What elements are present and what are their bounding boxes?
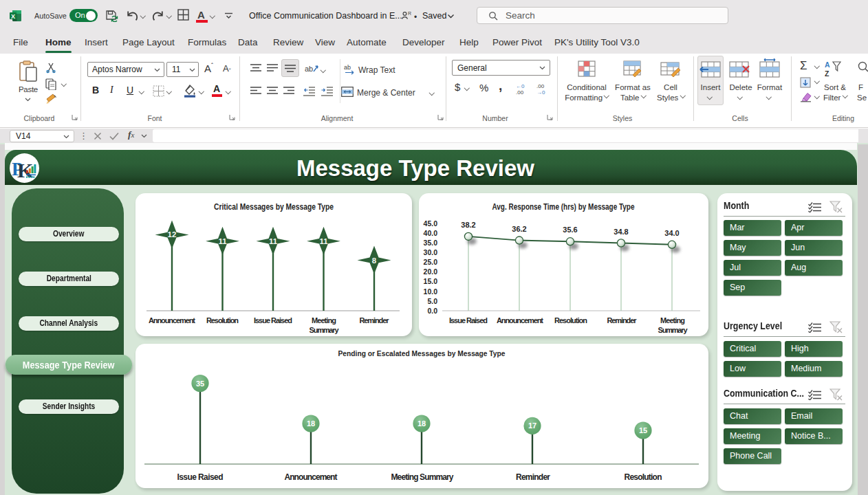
svg-text:.00: .00 [516,89,524,95]
svg-text:34.8: 34.8 [614,228,628,236]
svg-text:Issue Raised: Issue Raised [254,316,292,324]
svg-text:K: K [17,159,34,182]
svg-text:X: X [11,13,15,20]
svg-text:ab: ab [305,65,313,73]
svg-text:34.0: 34.0 [664,229,679,237]
svg-text:Summary: Summary [658,326,688,334]
svg-text:40.0: 40.0 [424,229,438,237]
svg-text:18: 18 [417,419,426,428]
svg-text:20.0: 20.0 [424,267,438,276]
svg-text:0.0: 0.0 [427,307,437,315]
svg-text:Announcement: Announcement [285,472,338,482]
svg-text:Issue Raised: Issue Raised [177,472,224,482]
svg-text:Pending or Escalated Messages: Pending or Escalated Messages by Message… [338,349,506,358]
svg-text:15.0: 15.0 [424,277,438,285]
svg-text:A: A [825,60,830,69]
svg-text:Meeting: Meeting [312,316,336,324]
svg-text:Meeting Summary: Meeting Summary [391,472,454,482]
svg-text:36.2: 36.2 [512,225,526,233]
svg-text:Issue Raised: Issue Raised [449,316,488,324]
svg-text:Z: Z [825,69,829,78]
svg-text:Resolution: Resolution [554,316,587,324]
svg-text:Reminder: Reminder [607,316,638,324]
svg-text:ab: ab [344,64,351,71]
svg-text:35: 35 [196,380,204,388]
svg-text:Resolution: Resolution [625,472,662,482]
svg-text:10.0: 10.0 [424,287,438,296]
svg-text:15: 15 [639,426,647,434]
svg-text:8: 8 [372,256,377,265]
svg-text:30.0: 30.0 [424,248,438,256]
svg-text:45.0: 45.0 [424,219,438,228]
svg-text:38.2: 38.2 [461,221,475,229]
svg-text:Avg. Response Time (hrs) by Me: Avg. Response Time (hrs) by Message Type [492,202,635,212]
svg-text:→0: →0 [536,89,545,95]
svg-text:11: 11 [269,237,278,245]
svg-text:Resolution: Resolution [206,316,239,324]
svg-text:Meeting: Meeting [660,316,685,324]
svg-text:35.6: 35.6 [563,226,577,234]
svg-text:17: 17 [528,421,536,430]
svg-text:Critical Messages by Message T: Critical Messages by Message Type [214,202,334,212]
svg-text:Announcement: Announcement [149,316,195,324]
svg-text:35.0: 35.0 [424,239,438,247]
svg-text:11: 11 [319,237,328,245]
svg-text:Reminder: Reminder [516,472,550,482]
svg-text:25.0: 25.0 [424,258,438,266]
svg-text:Summary: Summary [310,326,340,334]
svg-text:R: R [408,11,411,16]
svg-text:Announcement: Announcement [497,316,543,324]
svg-text:12: 12 [168,230,177,239]
svg-text:5.0: 5.0 [427,297,437,305]
svg-text:18: 18 [307,419,315,428]
svg-text:11: 11 [218,237,227,245]
svg-text:Reminder: Reminder [360,316,390,324]
